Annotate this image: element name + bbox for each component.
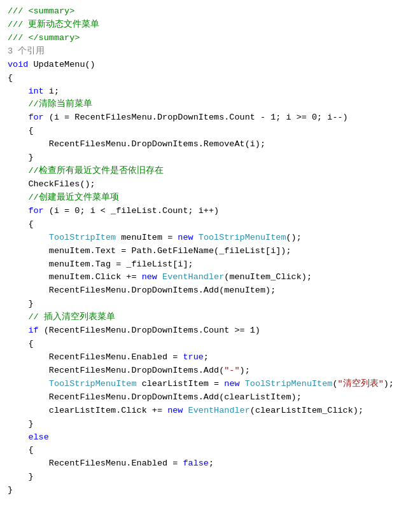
token: // 插入清空列表菜单 — [28, 312, 115, 322]
line-content: menuItem.Text = Path.GetFileName(_fileLi… — [8, 245, 291, 258]
code-line: void UpdateMenu() — [0, 59, 420, 72]
code-line: 3 个引用 — [0, 45, 420, 59]
token — [183, 406, 188, 415]
line-content: for (i = 0; i < _fileList.Count; i++) — [8, 205, 219, 218]
token: new — [178, 233, 193, 242]
token: } — [8, 472, 34, 481]
line-content: //清除当前菜单 — [8, 98, 92, 111]
token — [8, 113, 28, 122]
line-content: RecentFilesMenu.Enabled = false; — [8, 457, 214, 471]
token: /// </summary> — [8, 33, 80, 43]
line-content: void UpdateMenu() — [8, 59, 95, 72]
line-content: { — [8, 72, 13, 85]
code-line: int i; — [0, 85, 420, 99]
code-line: for (i = RecentFilesMenu.DropDownItems.C… — [0, 111, 420, 125]
token: ToolStripMenuItem — [199, 233, 286, 242]
token: ToolStripItem — [49, 233, 116, 242]
code-line: { — [0, 72, 420, 85]
token — [8, 379, 49, 389]
token: new — [224, 379, 239, 389]
line-content: } — [8, 471, 34, 484]
line-content: } — [8, 418, 34, 431]
line-content: /// <summary> — [8, 5, 74, 18]
line-content: 3 个引用 — [8, 45, 45, 59]
token: ToolStripMenuItem — [245, 379, 333, 389]
line-content: /// </summary> — [8, 32, 80, 45]
token — [157, 272, 162, 282]
token: int — [28, 86, 43, 96]
code-line: } — [0, 298, 420, 311]
token: ToolStripMenuItem — [49, 379, 137, 389]
token: (i = RecentFilesMenu.DropDownItems.Count… — [44, 113, 348, 122]
code-line: for (i = 0; i < _fileList.Count; i++) — [0, 205, 420, 218]
code-line: RecentFilesMenu.Enabled = true; — [0, 351, 420, 364]
line-content: if (RecentFilesMenu.DropDownItems.Count … — [8, 324, 260, 338]
token: RecentFilesMenu.DropDownItems.RemoveAt(i… — [8, 139, 265, 149]
line-content: menuItem.Tag = _fileList[i]; — [8, 258, 193, 272]
token — [8, 312, 28, 322]
token: RecentFilesMenu.DropDownItems.Add(clearL… — [8, 392, 302, 402]
token: menuItem = — [116, 233, 178, 242]
token: } — [8, 153, 34, 162]
token — [8, 166, 28, 176]
line-content: // 插入清空列表菜单 — [8, 311, 115, 324]
line-content: clearListItem.Click += new EventHandler(… — [8, 404, 363, 418]
code-line: { — [0, 125, 420, 138]
token: CheckFiles(); — [8, 179, 95, 189]
token: } — [8, 485, 13, 495]
token: EventHandler — [162, 272, 224, 282]
token: (); — [286, 233, 302, 242]
token — [8, 206, 28, 216]
line-content: int i; — [8, 85, 59, 99]
token: (clearListItem_Click); — [250, 406, 363, 415]
token: false — [183, 459, 209, 468]
token: //清除当前菜单 — [28, 99, 92, 109]
code-line: } — [0, 151, 420, 165]
code-line: menuItem.Text = Path.GetFileName(_fileLi… — [0, 245, 420, 258]
code-line: //检查所有最近文件是否依旧存在 — [0, 165, 420, 178]
token: //检查所有最近文件是否依旧存在 — [28, 166, 163, 176]
token: ); — [240, 366, 250, 375]
token: (i = 0; i < _fileList.Count; i++) — [44, 206, 219, 216]
token — [240, 379, 245, 389]
token: { — [8, 219, 34, 229]
code-line: } — [0, 484, 420, 497]
line-content: { — [8, 338, 34, 351]
token: for — [28, 206, 43, 216]
code-editor: /// <summary>/// 更新动态文件菜单/// </summary>3… — [0, 0, 420, 524]
line-content: } — [8, 151, 34, 165]
code-line: /// </summary> — [0, 32, 420, 45]
token — [8, 99, 28, 109]
code-line: ToolStripItem menuItem = new ToolStripMe… — [0, 231, 420, 245]
line-content: } — [8, 484, 13, 497]
token: (RecentFilesMenu.DropDownItems.Count >= … — [39, 326, 260, 335]
line-content: { — [8, 218, 34, 231]
token: RecentFilesMenu.Enabled = — [8, 459, 183, 468]
line-content: //检查所有最近文件是否依旧存在 — [8, 165, 164, 178]
token: { — [8, 339, 34, 348]
token: if — [28, 326, 38, 335]
code-line: RecentFilesMenu.DropDownItems.Add(menuIt… — [0, 284, 420, 298]
line-content: ToolStripItem menuItem = new ToolStripMe… — [8, 231, 302, 245]
line-content: CheckFiles(); — [8, 178, 95, 191]
line-content: RecentFilesMenu.DropDownItems.RemoveAt(i… — [8, 138, 265, 151]
token: RecentFilesMenu.DropDownItems.Add( — [8, 366, 224, 375]
token — [8, 233, 49, 242]
token: /// <summary> — [8, 6, 74, 16]
token: ); — [384, 379, 394, 389]
token — [8, 86, 28, 96]
code-line: RecentFilesMenu.Enabled = false; — [0, 457, 420, 471]
token: { — [8, 445, 34, 455]
code-line: // 插入清空列表菜单 — [0, 311, 420, 324]
line-content: RecentFilesMenu.DropDownItems.Add(clearL… — [8, 391, 302, 404]
token: RecentFilesMenu.Enabled = — [8, 352, 183, 362]
line-content: //创建最近文件菜单项 — [8, 191, 119, 205]
line-content: RecentFilesMenu.Enabled = true; — [8, 351, 209, 364]
code-line: //清除当前菜单 — [0, 98, 420, 111]
token: } — [8, 419, 34, 429]
line-content: else — [8, 431, 49, 445]
token: { — [8, 126, 34, 135]
token: "清空列表" — [338, 379, 384, 389]
line-content: { — [8, 125, 34, 138]
code-line: RecentFilesMenu.DropDownItems.Add(clearL… — [0, 391, 420, 404]
